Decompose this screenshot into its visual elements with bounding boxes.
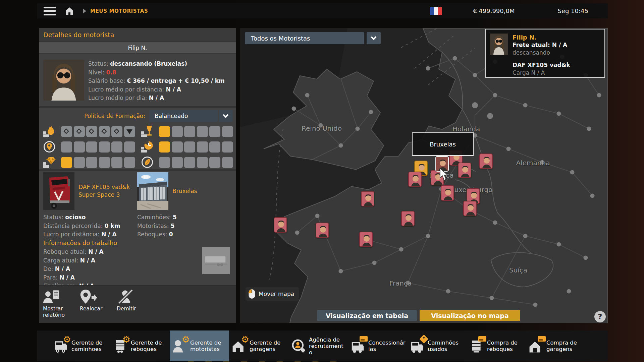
fragile-skill-pips (159, 126, 234, 137)
driver-filter-chevron[interactable] (367, 32, 381, 44)
driver-map-portrait[interactable] (463, 201, 477, 216)
show-report-button[interactable]: Mostrar relatório (43, 290, 75, 323)
training-policy-chevron[interactable] (219, 110, 233, 122)
garage-manager-icon: ⚙ (231, 338, 247, 354)
skill-pip (222, 157, 233, 168)
home-garage-block: Bruxelas Caminhões: 5 Motoristas: 5 Rebo… (137, 172, 232, 239)
training-policy-label: Política de Formação: (84, 113, 145, 119)
adr-skill-pips (61, 126, 136, 137)
nav-recruitment-agency[interactable]: Agência de recrutamento (288, 330, 348, 361)
chevron-down-icon (223, 112, 229, 118)
menu-icon[interactable] (44, 7, 56, 15)
map-panel[interactable]: Reino UnidoHolandaAlemanhaBélgicaLuxembu… (240, 28, 608, 323)
gear-icon: ⚙ (122, 335, 130, 344)
driver-map-portrait[interactable] (401, 211, 415, 226)
skill-pip (86, 141, 97, 153)
card-icon (478, 336, 486, 342)
help-button[interactable]: ? (594, 311, 606, 322)
dismiss-button[interactable]: Demitir (117, 290, 149, 323)
driver-details-panel: Detalhes do motorista Filip N. Status: d… (39, 28, 236, 323)
garage-name: Bruxelas (172, 187, 197, 195)
skill-pip (111, 141, 122, 153)
used-trucks-icon (409, 338, 425, 354)
driver-card-avatar (490, 34, 508, 55)
skill-pip (222, 126, 233, 137)
divider (39, 169, 236, 171)
skill-pip (197, 126, 208, 137)
truck-name: DAF XF105 vad&k Super Space 3 (78, 183, 130, 199)
mouse-cursor-icon (439, 168, 451, 183)
report-icon (43, 290, 60, 304)
card-truck: DAF XF105 vad&k (513, 61, 570, 69)
garage-purchase-icon (528, 338, 543, 354)
mouse-icon (248, 289, 256, 299)
eco-skill-pips (159, 157, 234, 168)
skill-pip (209, 157, 220, 168)
relocate-button[interactable]: Realocar (80, 290, 112, 323)
gear-icon: ⚙ (63, 335, 71, 344)
skill-pip (61, 157, 72, 168)
map-view-button[interactable]: Visualização no mapa (420, 310, 520, 321)
urgent-delivery-clock-icon (141, 141, 154, 153)
france-flag-icon (430, 7, 442, 15)
skill-pip (209, 141, 220, 153)
driver-map-portrait[interactable] (361, 191, 374, 206)
driver-map-portrait[interactable] (441, 185, 454, 201)
driver-stats: Status: descansando (Bruxelas) Nível: 0.… (88, 60, 225, 105)
city-tooltip: Bruxelas (412, 132, 474, 156)
skill-pip (86, 126, 97, 137)
skill-pip (197, 141, 208, 153)
job-info-title: Informações do trabalho (43, 239, 232, 246)
truck-stats: Status: ocioso Distância percorrida: 0 k… (43, 213, 137, 239)
map-country-label: Alemanha (516, 159, 550, 167)
relocate-icon (80, 290, 97, 304)
nav-truck-manager[interactable]: ⚙ Gerente de caminhões (51, 330, 110, 361)
dealership-icon (350, 338, 365, 354)
garage-stats: Caminhões: 5 Motoristas: 5 Reboques: 0 (137, 213, 232, 239)
driver-map-portrait[interactable] (408, 172, 422, 187)
top-bar: MEUS MOTORISTAS € 499.990,0M Seg 10:45 (37, 3, 608, 18)
driver-manager-icon: ⚙ (172, 338, 187, 354)
driver-map-portrait[interactable] (316, 223, 329, 238)
nav-trailer-purchase[interactable]: Compra de reboques (467, 330, 526, 361)
nav-garage-purchase[interactable]: Compra de garagens (526, 330, 585, 361)
card-icon (360, 336, 368, 342)
game-screen: MEUS MOTORISTAS € 499.990,0M Seg 10:45 D… (0, 0, 644, 362)
driver-filter-select[interactable]: Todos os Motoristas (245, 32, 364, 44)
skill-pip (172, 157, 183, 168)
truck-thumbnail[interactable] (43, 172, 74, 210)
trailer-purchase-icon (469, 338, 484, 354)
driver-map-portrait[interactable] (274, 217, 287, 233)
table-view-button[interactable]: Visualização em tabela (317, 310, 417, 321)
nav-garage-manager[interactable]: ⚙ Gerente de garagens (229, 330, 288, 361)
driver-level: 0.8 (106, 69, 116, 76)
driver-map-portrait[interactable] (458, 163, 471, 178)
nav-used-trucks[interactable]: Caminhões usados (407, 330, 467, 361)
skill-pip (172, 126, 183, 137)
garage-thumbnail[interactable] (137, 172, 168, 210)
nav-driver-manager[interactable]: ⚙ Gerente de motoristas (170, 330, 229, 361)
eco-driving-leaf-icon (141, 156, 154, 168)
skill-pip (184, 157, 195, 168)
nav-dealerships[interactable]: Concessionárias (348, 330, 407, 361)
skill-pip (111, 157, 122, 168)
nav-trailer-manager[interactable]: ⚙ Gerente de reboques (110, 330, 170, 361)
gear-icon: ⚙ (241, 335, 249, 344)
trailer-placeholder-image (202, 247, 230, 274)
bottom-nav-bar: ⚙ Gerente de caminhões ⚙ Gerente de rebo… (37, 330, 608, 361)
truck-manager-icon: ⚙ (53, 338, 68, 354)
game-time: Seg 10:45 (557, 7, 588, 14)
skill-pip (61, 126, 72, 137)
driver-map-portrait[interactable] (359, 232, 373, 247)
breadcrumb: MEUS MOTORISTAS (90, 8, 148, 14)
driver-name-bar: Filip N. (39, 42, 236, 54)
selected-driver-card[interactable]: Filip N. Frete atual: N / A descansando … (485, 29, 605, 78)
high-value-gem-icon (43, 156, 56, 168)
home-icon[interactable] (64, 6, 74, 16)
skill-pip (159, 157, 170, 168)
skill-pip (74, 141, 85, 153)
move-map-hint: Mover mapa (246, 287, 299, 301)
driver-map-portrait[interactable] (479, 154, 493, 169)
training-policy-select[interactable]: Balanceado (149, 110, 218, 122)
skill-pip (124, 141, 135, 153)
